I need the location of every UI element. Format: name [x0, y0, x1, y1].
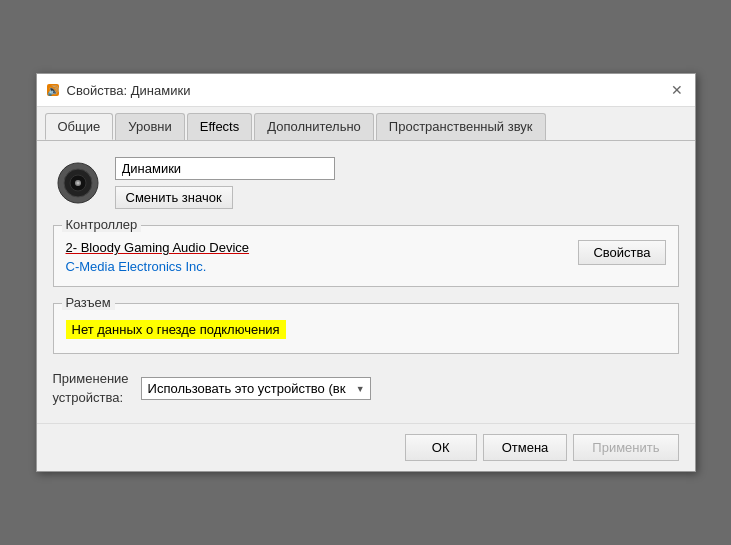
bottom-buttons: ОК Отмена Применить — [37, 423, 695, 471]
tab-dopolnitelno[interactable]: Дополнительно — [254, 113, 374, 140]
controller-group-label: Контроллер — [62, 217, 142, 232]
port-group-label: Разъем — [62, 295, 115, 310]
device-section: Сменить значок — [53, 157, 679, 209]
apply-button[interactable]: Применить — [573, 434, 678, 461]
main-content: Сменить значок Контроллер 2- Bloody Gami… — [37, 140, 695, 422]
close-button[interactable]: ✕ — [667, 80, 687, 100]
device-name-section: Сменить значок — [115, 157, 335, 209]
usage-label: Применение устройства: — [53, 370, 129, 406]
device-name-input[interactable] — [115, 157, 335, 180]
controller-device-name: 2- Bloody Gaming Audio Device — [66, 240, 250, 255]
titlebar: 🔊 Свойства: Динамики ✕ — [37, 74, 695, 107]
tab-obshie[interactable]: Общие — [45, 113, 114, 140]
tab-prostranstvennyj[interactable]: Пространственный звук — [376, 113, 546, 140]
usage-select-wrapper: Использовать это устройство (вкл.) Не ис… — [141, 377, 371, 400]
controller-content: 2- Bloody Gaming Audio Device C-Media El… — [66, 236, 666, 274]
controller-properties-button[interactable]: Свойства — [578, 240, 665, 265]
device-icon — [53, 158, 103, 208]
tab-urovni[interactable]: Уровни — [115, 113, 184, 140]
controller-group: Контроллер 2- Bloody Gaming Audio Device… — [53, 225, 679, 287]
usage-select[interactable]: Использовать это устройство (вкл.) Не ис… — [141, 377, 371, 400]
tabs-bar: Общие Уровни Effects Дополнительно Прост… — [37, 107, 695, 140]
window-title: Свойства: Динамики — [67, 83, 191, 98]
usage-section: Применение устройства: Использовать это … — [53, 370, 679, 406]
tab-effects[interactable]: Effects — [187, 113, 253, 140]
main-window: 🔊 Свойства: Динамики ✕ Общие Уровни Effe… — [36, 73, 696, 471]
cancel-button[interactable]: Отмена — [483, 434, 568, 461]
port-value: Нет данных о гнезде подключения — [66, 320, 286, 339]
port-group: Разъем Нет данных о гнезде подключения — [53, 303, 679, 354]
svg-text:🔊: 🔊 — [47, 84, 60, 97]
change-icon-button[interactable]: Сменить значок — [115, 186, 233, 209]
svg-point-6 — [76, 182, 79, 185]
controller-manufacturer[interactable]: C-Media Electronics Inc. — [66, 259, 250, 274]
controller-info: 2- Bloody Gaming Audio Device C-Media El… — [66, 240, 250, 274]
ok-button[interactable]: ОК — [405, 434, 477, 461]
app-icon: 🔊 — [45, 82, 61, 98]
titlebar-left: 🔊 Свойства: Динамики — [45, 82, 191, 98]
